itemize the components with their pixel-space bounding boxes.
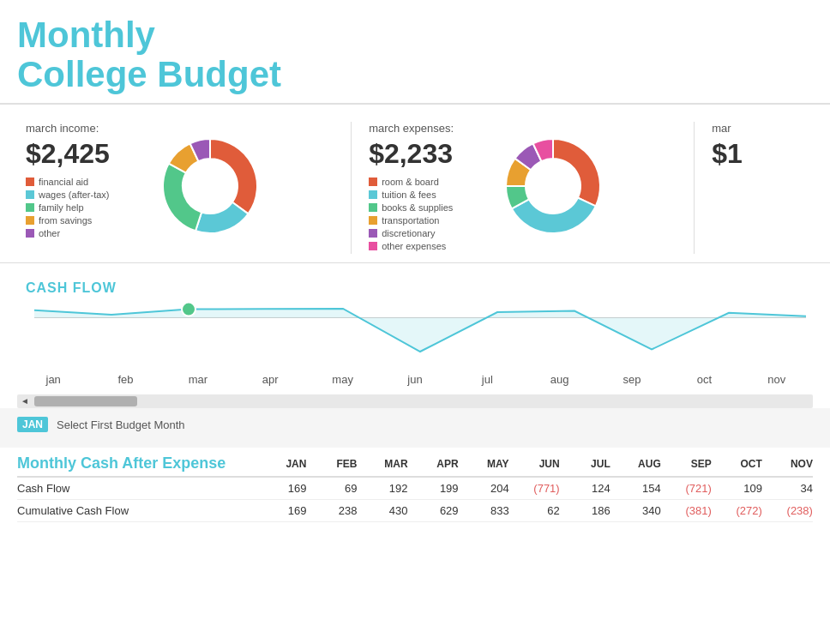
page-header: Monthly College Budget <box>0 0 830 105</box>
col-header: NOV <box>762 458 813 470</box>
col-header: AUG <box>610 458 661 470</box>
budget-month-row: JAN Select First Budget Month <box>17 417 813 432</box>
scrollbar-area[interactable]: ◄ <box>17 394 813 408</box>
table-cell: 186 <box>560 504 610 517</box>
table-title: Monthly Cash After Expense <box>17 454 256 472</box>
table-cell: 833 <box>459 504 509 517</box>
expenses-legend: room & boardtuition & feesbooks & suppli… <box>369 177 480 251</box>
col-header: APR <box>408 458 459 470</box>
legend-label: other <box>39 228 60 238</box>
legend-label: room & board <box>382 177 439 187</box>
cashflow-title: CASH FLOW <box>9 272 821 300</box>
month-label: feb <box>89 373 161 386</box>
row-values: 16969192199204(771)124154(721)10934 <box>256 482 813 495</box>
legend-item: transportation <box>369 215 480 226</box>
legend-item: family help <box>26 202 137 213</box>
legend-item: other expenses <box>369 241 480 251</box>
col-header: MAY <box>459 458 509 470</box>
table-cell: 169 <box>256 504 306 517</box>
legend-label: transportation <box>382 215 439 226</box>
legend-color-box <box>26 178 34 186</box>
legend-color-box <box>26 203 34 212</box>
legend-label: financial aid <box>39 177 88 187</box>
expenses-info: march expenses: $2,233 room & boardtuiti… <box>369 122 480 254</box>
table-cell: 629 <box>408 504 459 517</box>
col-header: OCT <box>712 458 762 470</box>
third-amount: $1 <box>712 138 823 170</box>
month-label: jan <box>17 373 89 386</box>
month-label: apr <box>234 373 306 386</box>
table-cell: 192 <box>358 482 408 495</box>
table-cell: 154 <box>610 482 661 495</box>
legend-item: financial aid <box>26 177 137 187</box>
legend-label: from savings <box>39 215 92 226</box>
svg-point-1 <box>182 303 195 316</box>
legend-item: discretionary <box>369 228 480 238</box>
table-cell: 34 <box>762 482 813 495</box>
table-cell: 430 <box>358 504 408 517</box>
month-label: sep <box>596 373 668 386</box>
scrollbar-thumb[interactable] <box>34 396 137 406</box>
legend-item: room & board <box>369 177 480 187</box>
legend-label: tuition & fees <box>382 190 436 200</box>
table-cell: 199 <box>408 482 459 495</box>
table-cell: 238 <box>306 504 357 517</box>
month-label: aug <box>524 373 596 386</box>
income-donut <box>146 122 274 250</box>
bottom-section: JAN Select First Budget Month <box>0 408 830 448</box>
legend-color-box <box>369 190 377 199</box>
table-cell: 62 <box>509 504 560 517</box>
table-cell: 124 <box>560 482 610 495</box>
table-cell: 204 <box>459 482 509 495</box>
col-header: JUL <box>560 458 610 470</box>
month-label: jul <box>451 373 523 386</box>
table-cell: 69 <box>306 482 357 495</box>
income-info: march income: $2,425 financial aidwages … <box>26 122 137 241</box>
expenses-amount: $2,233 <box>369 138 480 170</box>
table-cell: 340 <box>610 504 661 517</box>
expenses-donut <box>489 122 617 250</box>
table-cell: (238) <box>762 504 813 517</box>
charts-section: march income: $2,425 financial aidwages … <box>0 105 830 263</box>
cashflow-section: CASH FLOW janfebmaraprmayjunjulaugsepoct… <box>0 263 830 408</box>
jan-badge[interactable]: JAN <box>17 417 48 432</box>
row-label: Cumulative Cash Flow <box>17 504 256 517</box>
table-rows: Cash Flow16969192199204(771)124154(721)1… <box>17 478 813 522</box>
month-label: oct <box>668 373 740 386</box>
legend-color-box <box>369 229 377 238</box>
row-values: 16923843062983362186340(381)(272)(238) <box>256 504 813 517</box>
col-header: JAN <box>256 458 306 470</box>
legend-item: books & supplies <box>369 202 480 213</box>
table-cell: (381) <box>661 504 712 517</box>
legend-label: other expenses <box>382 241 446 251</box>
income-legend: financial aidwages (after-tax)family hel… <box>26 177 137 238</box>
income-donut-svg <box>146 122 274 250</box>
table-cell: 109 <box>712 482 762 495</box>
scrollbar-left-arrow[interactable]: ◄ <box>21 396 29 406</box>
legend-item: tuition & fees <box>369 190 480 200</box>
budget-month-text: Select First Budget Month <box>57 418 185 431</box>
table-section: Monthly Cash After Expense JANFEBMARAPRM… <box>0 448 830 539</box>
table-row: Cumulative Cash Flow16923843062983362186… <box>17 500 813 522</box>
month-label: nov <box>741 373 813 386</box>
expenses-donut-svg <box>489 122 617 250</box>
legend-color-box <box>369 178 377 186</box>
legend-item: wages (after-tax) <box>26 190 137 200</box>
income-amount: $2,425 <box>26 138 137 170</box>
table-title-row: Monthly Cash After Expense JANFEBMARAPRM… <box>17 448 813 478</box>
expenses-label: march expenses: <box>369 122 480 135</box>
month-label: jun <box>379 373 451 386</box>
table-cell: 169 <box>256 482 306 495</box>
legend-color-box <box>369 216 377 225</box>
month-label: mar <box>162 373 234 386</box>
third-info: mar $1 <box>712 122 823 177</box>
legend-label: wages (after-tax) <box>39 190 110 200</box>
row-label: Cash Flow <box>17 482 256 495</box>
col-headers: JANFEBMARAPRMAYJUNJULAUGSEPOCTNOV <box>256 458 813 470</box>
legend-item: from savings <box>26 215 137 226</box>
col-header: MAR <box>358 458 408 470</box>
legend-label: family help <box>39 202 84 213</box>
legend-color-box <box>26 216 34 225</box>
months-row: janfebmaraprmayjunjulaugsepoctnov <box>17 369 813 394</box>
third-label: mar <box>712 122 823 135</box>
